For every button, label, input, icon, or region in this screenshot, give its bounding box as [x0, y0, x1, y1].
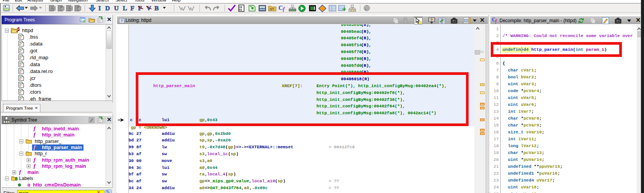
svg-text:DT: DT — [270, 7, 274, 11]
svg-text:01: 01 — [239, 8, 242, 11]
svg-text:10: 10 — [239, 6, 242, 8]
